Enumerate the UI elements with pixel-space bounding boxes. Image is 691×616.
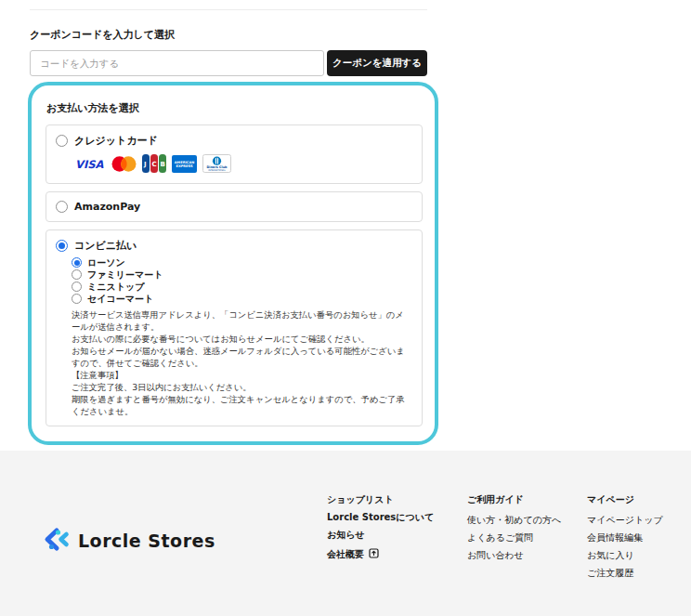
- store-option-lawson[interactable]: ローソン: [72, 256, 412, 269]
- footer-link-about[interactable]: Lorcle Storesについて: [327, 513, 467, 522]
- footer-link-mypage-top[interactable]: マイページトップ: [587, 516, 663, 525]
- note-caution-heading: 【注意事項】: [72, 369, 412, 381]
- external-link-icon: [369, 548, 379, 560]
- credit-card-label: クレジットカード: [74, 134, 158, 148]
- svg-text:AMERICAN: AMERICAN: [175, 160, 194, 164]
- note-line: ご注文完了後、3日以内にお支払いください。: [72, 381, 412, 393]
- footer-link-company[interactable]: 会社概要: [327, 548, 467, 560]
- section-divider: [30, 9, 427, 10]
- coupon-heading: クーポンコードを入力して選択: [30, 28, 427, 42]
- footer-guide-column: ご利用ガイド 使い方・初めての方へ よくあるご質問 お問い合わせ: [467, 495, 587, 586]
- note-line: お知らせメールが届かない場合、迷惑メールフォルダに入っている可能性がございますの…: [72, 345, 412, 369]
- footer-link-favorites[interactable]: お気に入り: [587, 551, 663, 560]
- credit-card-option[interactable]: クレジットカード VISA J C B: [46, 125, 423, 184]
- konbini-label: コンビニ払い: [74, 239, 137, 253]
- diners-logo: Diners Club INTERNATIONAL: [202, 154, 231, 173]
- svg-text:INTERNATIONAL: INTERNATIONAL: [208, 169, 226, 172]
- ministop-label: ミニストップ: [87, 281, 144, 294]
- amazonpay-label: AmazonPay: [74, 201, 140, 213]
- svg-text:B: B: [161, 161, 165, 168]
- note-line: お支払いの際に必要な番号についてはお知らせメールにてご確認ください。: [72, 333, 412, 345]
- site-footer: Lorcle Stores ショップリスト Lorcle Storesについて …: [0, 451, 691, 616]
- konbini-radio[interactable]: [56, 240, 68, 252]
- note-line: 決済サービス送信専用アドレスより、「コンビニ決済お支払い番号のお知らせ」のメール…: [72, 308, 412, 333]
- footer-link-faq[interactable]: よくあるご質問: [467, 533, 587, 543]
- familymart-label: ファミリーマート: [87, 269, 163, 282]
- footer-link-shop-list[interactable]: ショップリスト: [327, 495, 467, 505]
- seicomart-label: セイコーマート: [87, 293, 153, 306]
- footer-guide-heading: ご利用ガイド: [467, 495, 587, 505]
- store-logo-icon: [39, 525, 70, 557]
- footer-link-company-label: 会社概要: [327, 550, 364, 559]
- svg-text:C: C: [152, 161, 157, 168]
- konbini-notes: 決済サービス送信専用アドレスより、「コンビニ決済お支払い番号のお知らせ」のメール…: [72, 308, 412, 417]
- footer-shop-column: ショップリスト Lorcle Storesについて お知らせ 会社概要: [327, 495, 467, 586]
- footer-link-news[interactable]: お知らせ: [327, 531, 467, 540]
- amazonpay-radio[interactable]: [56, 201, 68, 213]
- payment-method-section: お支払い方法を選択 クレジットカード VISA: [28, 82, 438, 445]
- payment-heading: お支払い方法を選択: [46, 101, 423, 115]
- footer-mypage-heading: マイページ: [587, 495, 663, 505]
- credit-card-radio[interactable]: [56, 135, 68, 147]
- svg-text:VISA: VISA: [75, 158, 103, 169]
- coupon-code-input[interactable]: [30, 50, 324, 76]
- store-option-seicomart[interactable]: セイコーマート: [72, 293, 412, 305]
- svg-text:EXPRESS: EXPRESS: [176, 164, 193, 168]
- card-brand-row: VISA J C B: [75, 154, 412, 173]
- jcb-logo: J C B: [142, 154, 166, 173]
- footer-mypage-column: マイページ マイページトップ 会員情報編集 お気に入り ご注文履歴: [587, 495, 663, 586]
- mastercard-logo: [111, 156, 137, 172]
- visa-logo: VISA: [75, 158, 106, 169]
- amazonpay-option[interactable]: AmazonPay: [46, 191, 423, 222]
- store-option-ministop[interactable]: ミニストップ: [72, 281, 412, 293]
- konbini-store-list: ローソン ファミリーマート ミニストップ セイコーマート: [72, 256, 412, 305]
- lawson-label: ローソン: [87, 256, 125, 269]
- lawson-radio[interactable]: [72, 257, 82, 268]
- store-option-familymart[interactable]: ファミリーマート: [72, 269, 412, 281]
- amex-logo: AMERICAN EXPRESS: [172, 155, 197, 173]
- footer-link-contact[interactable]: お問い合わせ: [467, 551, 587, 560]
- coupon-section: クーポンコードを入力して選択 クーポンを適用する: [30, 28, 427, 76]
- svg-text:J: J: [143, 161, 147, 168]
- footer-link-howto[interactable]: 使い方・初めての方へ: [467, 516, 587, 525]
- konbini-option[interactable]: コンビニ払い ローソン ファミリーマート ミニストップ セイコーマート 決済サー…: [46, 229, 423, 426]
- seicomart-radio[interactable]: [72, 294, 82, 304]
- apply-coupon-button[interactable]: クーポンを適用する: [327, 50, 427, 76]
- note-line: 期限を過ぎますと番号が無効になり、ご注文キャンセルとなりますので、予めご了承くだ…: [72, 393, 412, 417]
- store-logo-text: Lorcle Stores: [78, 531, 215, 551]
- footer-link-member-edit[interactable]: 会員情報編集: [587, 533, 663, 543]
- familymart-radio[interactable]: [72, 269, 82, 280]
- ministop-radio[interactable]: [72, 282, 82, 292]
- store-logo[interactable]: Lorcle Stores: [39, 495, 327, 586]
- footer-link-order-history[interactable]: ご注文履歴: [587, 569, 663, 578]
